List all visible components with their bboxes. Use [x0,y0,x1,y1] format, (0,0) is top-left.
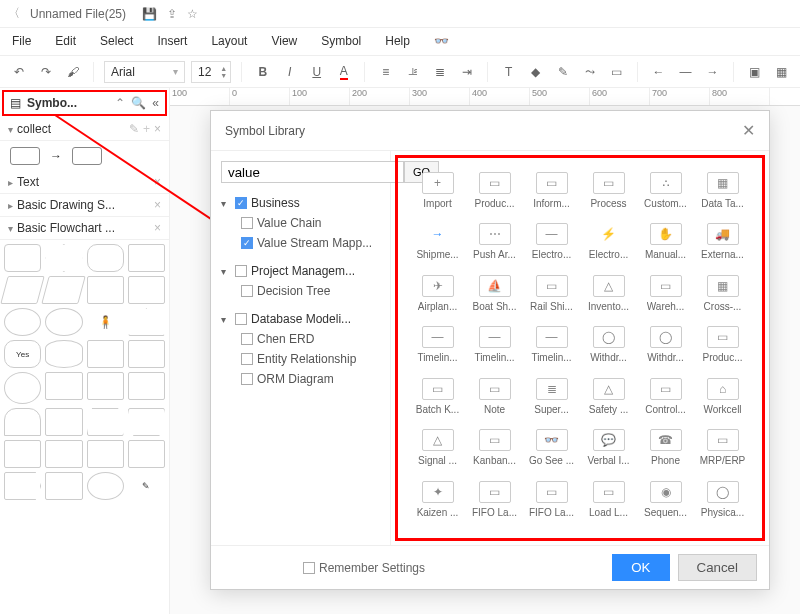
shape[interactable] [45,408,82,436]
close-icon[interactable]: ✕ [742,121,755,140]
shape[interactable] [45,308,82,336]
menu-help[interactable]: Help [385,34,410,49]
symbol-item[interactable]: ▭FIFO La... [467,479,522,526]
textbox-icon[interactable]: T [498,61,519,83]
symbol-item[interactable]: ▭Wareh... [638,273,693,320]
shape[interactable] [128,276,165,304]
menu-file[interactable]: File [12,34,31,49]
shape[interactable] [128,408,165,436]
shape[interactable] [87,276,124,304]
symbol-item[interactable]: ◯Physica... [695,479,750,526]
shape[interactable] [4,308,41,336]
shape[interactable] [87,472,124,500]
symbol-item[interactable]: △Invento... [581,273,636,320]
symbol-item[interactable]: ▦Data Ta... [695,170,750,217]
shape[interactable] [128,440,165,468]
shape[interactable] [4,408,41,436]
collect-shape-2[interactable] [72,147,102,165]
save-icon[interactable]: 💾 [142,7,157,21]
shape-icon[interactable]: ▭ [606,61,627,83]
symbol-item[interactable]: △Signal ... [410,427,465,474]
menu-layout[interactable]: Layout [211,34,247,49]
arrow-start-icon[interactable]: ← [648,61,669,83]
glasses-icon[interactable]: 👓 [434,34,449,49]
font-dropdown[interactable]: Arial ▾ [104,61,185,83]
symbol-item[interactable]: ▭Load L... [581,479,636,526]
symbol-item[interactable]: △Safety ... [581,376,636,423]
symbol-item[interactable]: ▭Kanban... [467,427,522,474]
underline-icon[interactable]: U [306,61,327,83]
shape[interactable] [45,244,82,272]
format-paint-icon[interactable]: 🖌 [62,61,83,83]
symbol-item[interactable]: —Electro... [524,221,579,268]
symbol-item[interactable]: ▭Batch K... [410,376,465,423]
menu-edit[interactable]: Edit [55,34,76,49]
symbol-item[interactable]: ▭Note [467,376,522,423]
symbol-item[interactable]: ≣Super... [524,376,579,423]
sidebar-text[interactable]: ▸Text× [0,171,169,194]
symbol-item[interactable]: 👓Go See ... [524,427,579,474]
symbol-item[interactable]: ▦Cross-... [695,273,750,320]
pen-icon[interactable]: ✎ [552,61,573,83]
tree-business[interactable]: ▾Business [221,193,380,213]
symbol-item[interactable]: ▭Process [581,170,636,217]
symbol-item[interactable]: ⚡Electro... [581,221,636,268]
indent-icon[interactable]: ⇥ [456,61,477,83]
fill-icon[interactable]: ◆ [525,61,546,83]
search-icon[interactable]: 🔍 [131,96,146,110]
tree-orm[interactable]: ORM Diagram [221,369,380,389]
symbol-item[interactable]: ▭Produc... [695,324,750,371]
back-icon[interactable]: 〈 [8,5,20,22]
tree-decision[interactable]: Decision Tree [221,281,380,301]
font-color-icon[interactable]: A [333,61,354,83]
symbol-item[interactable]: ✋Manual... [638,221,693,268]
symbol-item[interactable]: ▭Produc... [467,170,522,217]
symbol-item[interactable]: →Shipme... [410,221,465,268]
symbol-item[interactable]: +Import [410,170,465,217]
star-icon[interactable]: ☆ [187,7,198,21]
shape[interactable] [0,276,45,304]
symbol-item[interactable]: ◉Sequen... [638,479,693,526]
tree-project[interactable]: ▾Project Managem... [221,261,380,281]
menu-insert[interactable]: Insert [157,34,187,49]
valign-icon[interactable]: ⫡ [402,61,423,83]
symbol-item[interactable]: ✈Airplan... [410,273,465,320]
bullets-icon[interactable]: ≣ [429,61,450,83]
symbol-item[interactable]: ▭Inform... [524,170,579,217]
arrow-end-icon[interactable]: → [702,61,723,83]
search-input[interactable] [221,161,404,183]
symbol-item[interactable]: —Timelin... [524,324,579,371]
tree-entity[interactable]: Entity Relationship [221,349,380,369]
shape[interactable] [87,340,124,368]
sidebar-basic-drawing[interactable]: ▸Basic Drawing S...× [0,194,169,217]
undo-icon[interactable]: ↶ [8,61,29,83]
shape[interactable]: Yes [4,340,41,368]
sidebar-collect[interactable]: ▾collect ✎ + × [0,118,169,141]
line-style-icon[interactable]: — [675,61,696,83]
symbol-item[interactable]: 🚚Externa... [695,221,750,268]
symbol-item[interactable]: —Timelin... [467,324,522,371]
shape[interactable]: 🧍 [87,308,124,336]
symbol-item[interactable]: ▭Rail Shi... [524,273,579,320]
shape[interactable] [87,244,124,272]
tree-value-chain[interactable]: Value Chain [221,213,380,233]
shape[interactable] [45,472,82,500]
italic-icon[interactable]: I [279,61,300,83]
remember-checkbox[interactable]: Remember Settings [303,561,425,575]
shape[interactable] [128,372,165,400]
edit-icon[interactable]: ✎ [129,122,139,136]
table-icon[interactable]: ▦ [771,61,792,83]
image-icon[interactable]: ▣ [744,61,765,83]
symbol-item[interactable]: ⋯Push Ar... [467,221,522,268]
shape[interactable] [4,244,41,272]
symbol-item[interactable]: ◯Withdr... [638,324,693,371]
sidebar-basic-flowchart[interactable]: ▾Basic Flowchart ...× [0,217,169,240]
shape[interactable] [87,408,124,436]
symbol-item[interactable]: 💬Verbal I... [581,427,636,474]
shape[interactable] [128,308,165,336]
symbol-item[interactable]: ▭MRP/ERP [695,427,750,474]
collapse-icon[interactable]: « [152,96,159,110]
tree-vsm[interactable]: Value Stream Mapp... [221,233,380,253]
shape[interactable] [45,372,82,400]
shape[interactable] [128,244,165,272]
